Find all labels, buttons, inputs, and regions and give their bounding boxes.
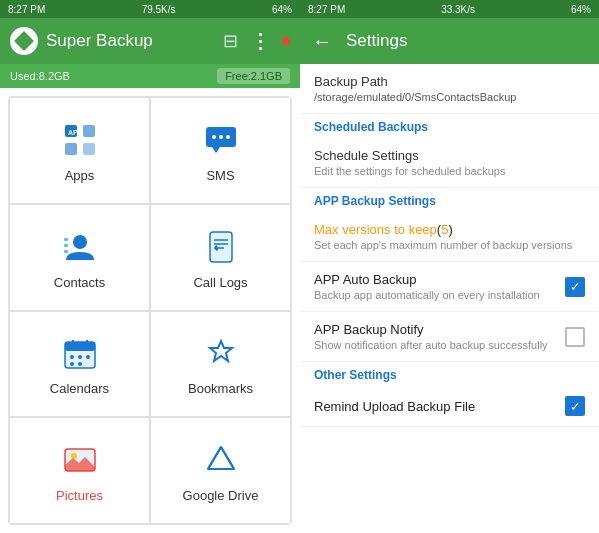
- calllogs-icon: [199, 225, 243, 269]
- auto-backup-checkbox[interactable]: ✓: [565, 277, 585, 297]
- max-versions-sub: Set each app's maximum number of backup …: [314, 239, 585, 251]
- auto-backup-sub: Backup app automatically on every instal…: [314, 289, 565, 301]
- svg-line-31: [221, 447, 234, 469]
- svg-rect-1: [83, 125, 95, 137]
- backup-notify-checkbox[interactable]: [565, 327, 585, 347]
- network-left: 79.5K/s: [142, 4, 176, 15]
- bookmarks-label: Bookmarks: [188, 381, 253, 396]
- sms-label: SMS: [206, 168, 234, 183]
- sms-icon: [199, 118, 243, 162]
- schedule-settings-title: Schedule Settings: [314, 148, 585, 163]
- calllogs-label: Call Logs: [193, 275, 247, 290]
- svg-rect-11: [64, 238, 68, 241]
- status-bar-left: 8:27 PM 79.5K/s 64%: [0, 0, 300, 18]
- svg-point-10: [73, 235, 87, 249]
- svg-point-26: [78, 362, 82, 366]
- storage-bar: Used:8.2GB Free:2.1GB: [0, 64, 300, 88]
- schedule-settings-section[interactable]: Schedule Settings Edit the settings for …: [300, 138, 599, 188]
- bookmarks-icon: [199, 331, 243, 375]
- grid-item-apps[interactable]: APP Apps: [9, 97, 150, 204]
- schedule-settings-subtitle: Edit the settings for scheduled backups: [314, 165, 585, 177]
- diamond-icon: [14, 31, 34, 51]
- svg-marker-30: [208, 447, 234, 469]
- max-versions-row[interactable]: Max versions to keep(5) Set each app's m…: [300, 212, 599, 262]
- backup-path-section[interactable]: Backup Path /storage/emulated/0/SmsConta…: [300, 64, 599, 114]
- remind-upload-checkbox[interactable]: ✓: [565, 396, 585, 416]
- backup-notify-row[interactable]: APP Backup Notify Show notification afte…: [300, 312, 599, 362]
- settings-content: Backup Path /storage/emulated/0/SmsConta…: [300, 64, 599, 533]
- settings-header: ← Settings: [300, 18, 599, 64]
- max-versions-title: Max versions to keep(5): [314, 222, 585, 237]
- svg-point-9: [226, 135, 230, 139]
- svg-point-23: [78, 355, 82, 359]
- header-actions: ⊟ ⋮: [223, 29, 290, 53]
- remind-upload-row[interactable]: Remind Upload Backup File ✓: [300, 386, 599, 427]
- remind-upload-text: Remind Upload Backup File: [314, 399, 565, 414]
- no-image-icon[interactable]: ⊟: [223, 30, 238, 52]
- svg-point-8: [219, 135, 223, 139]
- main-grid: APP Apps SMS: [8, 96, 292, 525]
- pictures-label: Pictures: [56, 488, 103, 503]
- svg-rect-14: [210, 232, 232, 262]
- google-drive-icon: [199, 438, 243, 482]
- grid-item-sms[interactable]: SMS: [150, 97, 291, 204]
- svg-rect-13: [64, 250, 68, 253]
- checkmark-icon: ✓: [570, 280, 581, 293]
- network-right: 33.3K/s: [441, 4, 475, 15]
- status-bar-right: 8:27 PM 33.3K/s 64%: [300, 0, 599, 18]
- backup-notify-text: APP Backup Notify Show notification afte…: [314, 322, 565, 351]
- max-versions-text: Max versions to keep(5) Set each app's m…: [314, 222, 585, 251]
- settings-title: Settings: [346, 31, 407, 51]
- category-scheduled: Scheduled Backups: [300, 114, 599, 138]
- backup-notify-sub: Show notification after auto backup succ…: [314, 339, 565, 351]
- app-header: Super Backup ⊟ ⋮: [0, 18, 300, 64]
- grid-item-contacts[interactable]: Contacts: [9, 204, 150, 311]
- backup-path-value: /storage/emulated/0/SmsContactsBackup: [314, 91, 585, 103]
- calendars-icon: [58, 331, 102, 375]
- grid-item-pictures[interactable]: Pictures: [9, 417, 150, 524]
- google-drive-label: Google Drive: [183, 488, 259, 503]
- grid-item-calllogs[interactable]: Call Logs: [150, 204, 291, 311]
- svg-rect-3: [83, 143, 95, 155]
- contacts-label: Contacts: [54, 275, 105, 290]
- calendars-label: Calendars: [50, 381, 109, 396]
- svg-marker-6: [212, 147, 220, 153]
- right-panel: 8:27 PM 33.3K/s 64% ← Settings Backup Pa…: [300, 0, 599, 533]
- back-button[interactable]: ←: [312, 30, 332, 53]
- auto-backup-row[interactable]: APP Auto Backup Backup app automatically…: [300, 262, 599, 312]
- contacts-icon: [58, 225, 102, 269]
- backup-notify-title: APP Backup Notify: [314, 322, 565, 337]
- left-panel: 8:27 PM 79.5K/s 64% Super Backup ⊟ ⋮ Use…: [0, 0, 300, 533]
- more-options-icon[interactable]: ⋮: [250, 29, 270, 53]
- svg-marker-27: [210, 341, 232, 361]
- svg-line-32: [208, 447, 221, 469]
- svg-text:APP: APP: [68, 129, 83, 136]
- app-logo: [10, 27, 38, 55]
- grid-item-bookmarks[interactable]: Bookmarks: [150, 311, 291, 418]
- red-dot: [282, 37, 290, 45]
- storage-used: Used:8.2GB: [10, 70, 217, 82]
- remind-checkmark-icon: ✓: [570, 400, 581, 413]
- time-right: 8:27 PM: [308, 4, 345, 15]
- svg-point-24: [86, 355, 90, 359]
- apps-label: Apps: [65, 168, 95, 183]
- storage-free: Free:2.1GB: [217, 68, 290, 84]
- auto-backup-text: APP Auto Backup Backup app automatically…: [314, 272, 565, 301]
- remind-upload-title: Remind Upload Backup File: [314, 399, 565, 414]
- grid-item-calendars[interactable]: Calendars: [9, 311, 150, 418]
- pictures-icon: [58, 438, 102, 482]
- svg-point-29: [71, 453, 77, 459]
- max-versions-count: 5: [441, 222, 448, 237]
- auto-backup-title: APP Auto Backup: [314, 272, 565, 287]
- svg-rect-2: [65, 143, 77, 155]
- apps-icon: APP: [58, 118, 102, 162]
- svg-point-7: [212, 135, 216, 139]
- grid-item-google-drive[interactable]: Google Drive: [150, 417, 291, 524]
- battery-left: 64%: [272, 4, 292, 15]
- svg-rect-12: [64, 244, 68, 247]
- svg-rect-19: [65, 342, 95, 351]
- category-other: Other Settings: [300, 362, 599, 386]
- backup-path-title: Backup Path: [314, 74, 585, 89]
- time-left: 8:27 PM: [8, 4, 45, 15]
- svg-point-25: [70, 362, 74, 366]
